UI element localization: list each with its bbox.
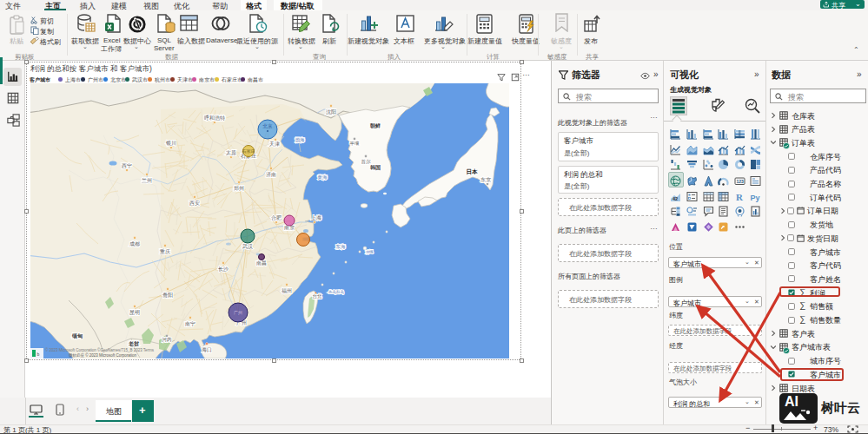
svg-text:老挝: 老挝 xyxy=(128,340,140,347)
svg-text:缅甸: 缅甸 xyxy=(71,333,83,339)
svg-text:日本: 日本 xyxy=(467,168,479,175)
svg-text:© 2023 Microsoft Corporation: © 2023 Microsoft Corporation ©GeoNames/7… xyxy=(45,347,155,352)
svg-text:北京: 北京 xyxy=(262,123,274,129)
svg-text:韩国: 韩国 xyxy=(369,164,381,171)
svg-text:南宁: 南宁 xyxy=(185,320,195,326)
svg-text:冲绳: 冲绳 xyxy=(366,249,374,254)
svg-text:石家庄: 石家庄 xyxy=(242,148,255,155)
svg-text:首尔: 首尔 xyxy=(361,159,372,164)
svg-text:贵阳: 贵阳 xyxy=(162,293,173,299)
svg-text:沈阳: 沈阳 xyxy=(326,109,336,115)
svg-text:东海: 东海 xyxy=(335,244,347,250)
svg-text:广州: 广州 xyxy=(234,310,242,315)
svg-text:黄海: 黄海 xyxy=(318,174,328,181)
svg-text:b: b xyxy=(37,352,40,357)
svg-text:合肥: 合肥 xyxy=(271,215,282,221)
svg-text:西安: 西安 xyxy=(189,200,200,207)
svg-text:长沙: 长沙 xyxy=(218,266,229,272)
svg-text:渤海: 渤海 xyxy=(295,137,306,143)
svg-text:R: R xyxy=(736,192,744,202)
svg-text:上海: 上海 xyxy=(310,215,321,220)
svg-text:西宁: 西宁 xyxy=(122,162,132,169)
svg-text:呼和浩特: 呼和浩特 xyxy=(204,115,225,122)
svg-text:南昌: 南昌 xyxy=(256,260,267,266)
svg-text:台北: 台北 xyxy=(313,293,323,299)
svg-text:兰州: 兰州 xyxy=(142,177,152,183)
svg-text:太原: 太原 xyxy=(226,149,236,155)
svg-text:武汉: 武汉 xyxy=(242,244,253,249)
svg-text:福州: 福州 xyxy=(282,288,292,294)
svg-text:重庆: 重庆 xyxy=(159,248,170,254)
svg-text:郑州: 郑州 xyxy=(234,186,244,191)
svg-text:天津: 天津 xyxy=(269,141,280,147)
svg-text:微软必应 © 2023 Microsoft Corporat: 微软必应 © 2023 Microsoft Corporation xyxy=(69,352,137,358)
svg-text:海口: 海口 xyxy=(202,347,212,353)
svg-text:河内: 河内 xyxy=(162,337,172,343)
svg-text:济南: 济南 xyxy=(266,171,276,177)
svg-text:平壤: 平壤 xyxy=(350,141,361,146)
svg-text:朝鲜: 朝鲜 xyxy=(369,122,381,129)
svg-text:42: 42 xyxy=(673,196,678,201)
svg-text:先岛群岛: 先岛群岛 xyxy=(328,290,344,294)
svg-text:成都: 成都 xyxy=(129,241,140,247)
svg-text:东京: 东京 xyxy=(480,176,491,182)
svg-text:昆明: 昆明 xyxy=(129,310,140,316)
svg-text:123: 123 xyxy=(736,179,744,184)
svg-text:Py: Py xyxy=(750,193,759,201)
svg-text:银川: 银川 xyxy=(165,140,176,146)
